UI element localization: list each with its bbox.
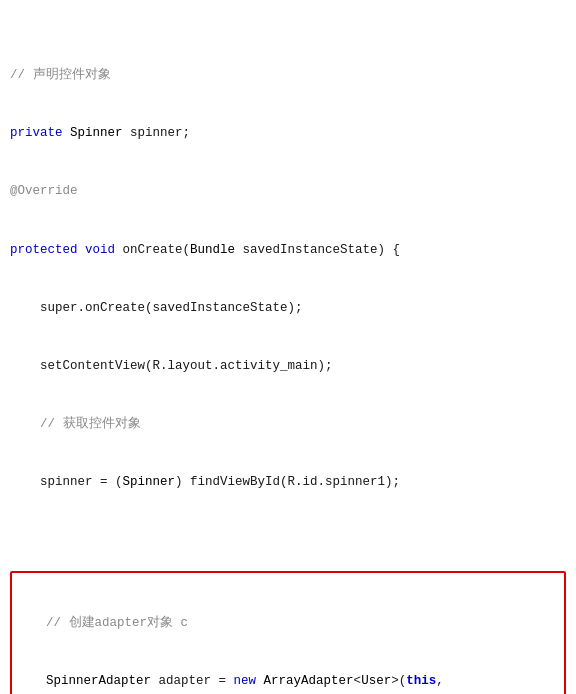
line-8: spinner = (Spinner) findViewById(R.id.sp… (10, 473, 566, 492)
line-1: // 声明控件对象 (10, 66, 566, 85)
line-10: SpinnerAdapter adapter = new ArrayAdapte… (16, 672, 560, 691)
line-6: setContentView(R.layout.activity_main); (10, 357, 566, 376)
code-block: // 声明控件对象 private Spinner spinner; @Over… (10, 8, 566, 694)
line-9: // 创建adapter对象 c (16, 614, 560, 633)
line-3: @Override (10, 182, 566, 201)
line-4: protected void onCreate(Bundle savedInst… (10, 241, 566, 260)
line-7: // 获取控件对象 (10, 415, 566, 434)
highlight-region: // 创建adapter对象 c SpinnerAdapter adapter … (10, 571, 566, 694)
line-2: private Spinner spinner; (10, 124, 566, 143)
line-5: super.onCreate(savedInstanceState); (10, 299, 566, 318)
code-container: // 声明控件对象 private Spinner spinner; @Over… (10, 8, 566, 694)
